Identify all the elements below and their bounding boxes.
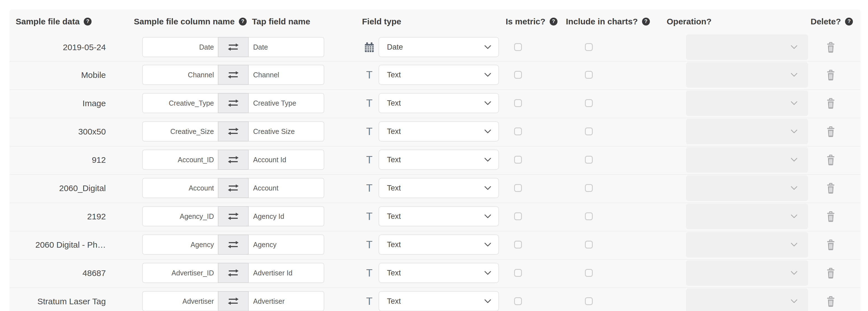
help-icon[interactable]: ? <box>239 18 247 26</box>
field-type-select[interactable]: Text <box>378 234 499 255</box>
swap-button[interactable] <box>218 121 249 141</box>
swap-button[interactable] <box>218 150 249 170</box>
chevron-down-icon <box>791 186 798 190</box>
delete-button[interactable] <box>823 146 839 174</box>
field-type-select[interactable]: Text <box>378 178 499 198</box>
include-in-charts-checkbox[interactable] <box>585 156 593 164</box>
include-in-charts-checkbox[interactable] <box>585 297 593 305</box>
help-icon[interactable]: ? <box>845 18 853 26</box>
column-header-operation: Operation? <box>667 9 711 33</box>
field-type-select[interactable]: Text <box>378 93 499 113</box>
is-metric-checkbox[interactable] <box>514 241 522 249</box>
is-metric-checkbox[interactable] <box>514 43 522 51</box>
sample-file-column-input[interactable] <box>142 178 218 198</box>
swap-button[interactable] <box>218 65 249 85</box>
swap-button[interactable] <box>218 93 249 113</box>
swap-button[interactable] <box>218 206 249 226</box>
field-type-select[interactable]: Text <box>378 291 499 311</box>
field-type-select[interactable]: Text <box>378 263 499 283</box>
operation-select <box>686 289 808 311</box>
delete-button[interactable] <box>823 259 839 287</box>
field-type-select[interactable]: Text <box>378 65 499 85</box>
delete-button[interactable] <box>823 287 839 311</box>
swap-button[interactable] <box>218 263 249 283</box>
sample-file-column-input[interactable] <box>142 93 218 113</box>
sample-file-column-input[interactable] <box>142 206 218 226</box>
is-metric-checkbox[interactable] <box>514 269 522 277</box>
chevron-down-icon <box>485 130 491 134</box>
delete-button[interactable] <box>823 33 839 61</box>
is-metric-checkbox[interactable] <box>514 213 522 220</box>
tap-field-input[interactable] <box>249 37 324 57</box>
sample-file-column-input[interactable] <box>142 234 218 255</box>
sample-file-column-input[interactable] <box>142 121 218 141</box>
chevron-down-icon <box>485 299 491 304</box>
include-in-charts-checkbox[interactable] <box>585 128 593 135</box>
delete-button[interactable] <box>823 203 839 230</box>
sample-file-data-value: 2060_Digital <box>16 174 106 202</box>
column-header-label: Sample file data <box>16 17 80 26</box>
operation-select <box>686 34 808 60</box>
include-in-charts-checkbox[interactable] <box>585 71 593 79</box>
tap-field-input[interactable] <box>249 121 324 141</box>
sample-file-column-input[interactable] <box>142 65 218 85</box>
field-type-select[interactable]: Text <box>378 121 499 141</box>
delete-button[interactable] <box>823 118 839 145</box>
column-header-label: Sample file column name <box>134 17 235 26</box>
sample-file-data-value: Image <box>16 89 106 117</box>
delete-button[interactable] <box>823 89 839 117</box>
column-header-label: Tap field name <box>252 17 310 26</box>
tap-field-input[interactable] <box>249 206 324 226</box>
text-icon: T <box>366 98 373 108</box>
mapping-row: Image <box>9 89 861 118</box>
tap-field-input[interactable] <box>249 150 324 170</box>
swap-icon <box>227 240 239 249</box>
delete-button[interactable] <box>823 231 839 259</box>
field-type-select[interactable]: Text <box>378 150 499 170</box>
include-in-charts-checkbox[interactable] <box>585 99 593 107</box>
tap-field-input[interactable] <box>249 93 324 113</box>
swap-button[interactable] <box>218 234 249 255</box>
help-icon[interactable]: ? <box>550 18 557 26</box>
sample-file-column-input[interactable] <box>142 37 218 57</box>
delete-button[interactable] <box>823 174 839 202</box>
sample-file-column-input[interactable] <box>142 291 218 311</box>
swap-button[interactable] <box>218 178 249 198</box>
column-header-include-in-charts: Include in charts? ? <box>566 9 650 33</box>
tap-field-input[interactable] <box>249 65 324 85</box>
sample-file-data-value: 48687 <box>16 259 106 287</box>
tap-field-input[interactable] <box>249 178 324 198</box>
is-metric-checkbox[interactable] <box>514 128 522 135</box>
tap-field-input[interactable] <box>249 291 324 311</box>
is-metric-checkbox[interactable] <box>514 156 522 164</box>
include-in-charts-checkbox[interactable] <box>585 43 593 51</box>
swap-icon <box>227 212 239 221</box>
is-metric-checkbox[interactable] <box>514 297 522 305</box>
include-in-charts-checkbox[interactable] <box>585 184 593 192</box>
help-icon[interactable]: ? <box>84 18 92 26</box>
swap-button[interactable] <box>218 291 249 311</box>
field-type-selected-value: Text <box>387 212 401 221</box>
tap-field-input[interactable] <box>249 263 324 283</box>
column-mapping-group <box>142 234 324 255</box>
sample-file-column-input[interactable] <box>142 150 218 170</box>
include-in-charts-checkbox[interactable] <box>585 241 593 249</box>
delete-button[interactable] <box>823 61 839 89</box>
chevron-down-icon <box>791 45 798 49</box>
include-in-charts-checkbox[interactable] <box>585 269 593 277</box>
is-metric-checkbox[interactable] <box>514 99 522 107</box>
tap-field-input[interactable] <box>249 234 324 255</box>
swap-button[interactable] <box>218 37 249 57</box>
is-metric-checkbox[interactable] <box>514 184 522 192</box>
field-type-selected-value: Text <box>387 184 401 193</box>
sample-file-column-input[interactable] <box>142 263 218 283</box>
help-icon[interactable]: ? <box>642 18 650 26</box>
column-mapping-group <box>142 263 324 283</box>
operation-select <box>686 90 808 116</box>
field-type-select[interactable]: Text <box>378 206 499 226</box>
mapping-row: Mobile <box>9 61 861 89</box>
field-type-select[interactable]: Date <box>378 37 499 57</box>
is-metric-checkbox[interactable] <box>514 71 522 79</box>
chevron-down-icon <box>791 271 798 275</box>
include-in-charts-checkbox[interactable] <box>585 213 593 220</box>
